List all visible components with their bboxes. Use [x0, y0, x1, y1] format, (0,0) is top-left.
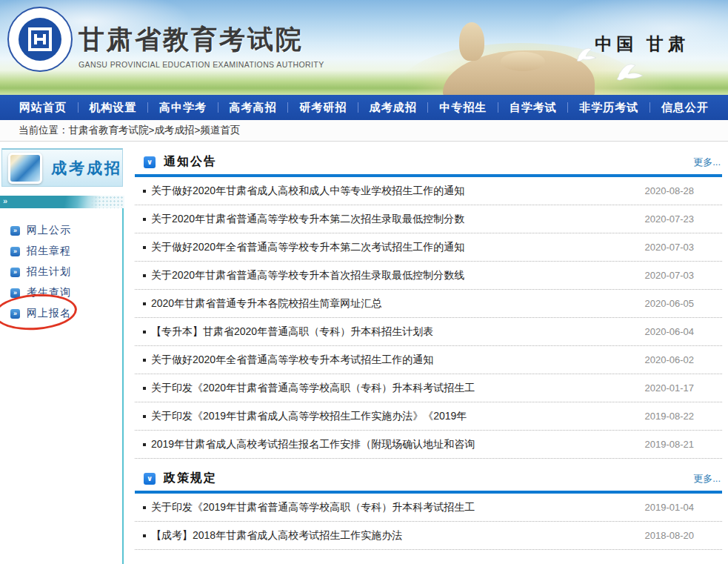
- arrow-right-icon: »: [10, 268, 20, 277]
- more-link[interactable]: 更多...: [693, 156, 721, 169]
- bullet-icon: [143, 534, 146, 537]
- arrow-right-icon: »: [10, 309, 20, 319]
- site-title: 甘肃省教育考试院: [79, 22, 324, 57]
- news-date: 2020-07-23: [636, 213, 695, 225]
- news-date: 2020-06-04: [636, 326, 695, 337]
- news-date: 2019-08-21: [636, 439, 695, 450]
- news-item[interactable]: 关于印发《2019年甘肃省普通高等学校高职（专科）升本科考试招生工 2019-0…: [135, 494, 722, 522]
- region-label: 中国 甘肃: [595, 33, 689, 56]
- bullet-icon: [143, 387, 146, 390]
- logo-emblem-icon: [19, 18, 61, 61]
- chevron-right-icon: »: [3, 196, 7, 205]
- nav-item-gaokao[interactable]: 高考高招: [230, 101, 277, 115]
- nav-separator: [218, 102, 218, 113]
- nav-separator: [147, 102, 148, 113]
- breadcrumb-text: 当前位置：甘肃省教育考试院>成考成招>频道首页: [19, 124, 240, 137]
- page: 甘肃省教育考试院 GANSU PROVINCIAL EDUCATION EXAM…: [0, 0, 728, 564]
- bullet-icon: [143, 443, 146, 446]
- news-item[interactable]: 【成考】2018年甘肃省成人高校考试招生工作实施办法 2018-08-20: [135, 522, 722, 550]
- more-link[interactable]: 更多...: [693, 472, 721, 485]
- news-item[interactable]: 2020年甘肃省普通专升本各院校招生简章网址汇总 2020-06-05: [135, 290, 722, 318]
- news-date: 2018-08-20: [636, 530, 695, 541]
- arrow-right-icon: »: [10, 247, 20, 256]
- sidebar-menu: » 网上公示 » 招生章程 » 招生计划 » 考生查询 » 网上报名: [0, 220, 124, 324]
- nav-item-info-disclosure[interactable]: 信息公开: [661, 101, 709, 115]
- news-date: 2020-01-17: [636, 382, 695, 394]
- news-item[interactable]: 【专升本】甘肃省2020年普通高职（专科）升本科招生计划表 2020-06-04: [135, 318, 722, 346]
- bullet-icon: [143, 246, 146, 249]
- section-title: 通知公告: [164, 154, 217, 170]
- section-policies: ∨ 政策规定 更多... 关于印发《2019年甘肃省普通高等学校高职（专科）升本…: [135, 466, 722, 550]
- news-date: 2020-06-02: [636, 354, 695, 365]
- site-title-english: GANSU PROVINCIAL EDUCATION EXAMINATIONS …: [79, 60, 324, 69]
- news-item[interactable]: 关于2020年甘肃省普通高等学校专升本第二次招生录取最低控制分数 2020-07…: [135, 205, 722, 233]
- sidebar-item-admission-charter[interactable]: » 招生章程: [10, 241, 124, 262]
- news-date: 2020-06-05: [636, 298, 695, 309]
- nav-separator: [358, 102, 358, 113]
- nav-item-self-study[interactable]: 自学考试: [510, 101, 557, 115]
- sidebar-item-online-publicity[interactable]: » 网上公示: [10, 220, 124, 241]
- news-item[interactable]: 关于印发《2019年甘肃省成人高等学校招生工作实施办法》《2019年 2019-…: [135, 402, 722, 431]
- arrow-right-icon: »: [10, 226, 20, 236]
- news-item[interactable]: 关于做好2020年全省普通高等学校专升本第二次考试招生工作的通知 2020-07…: [135, 233, 722, 262]
- nav-item-highschool-exam[interactable]: 高中学考: [159, 101, 207, 115]
- section-title: 政策规定: [164, 471, 217, 486]
- sidebar-item-candidate-query[interactable]: » 考生查询: [10, 282, 124, 303]
- sidebar-decorative-strip: »: [0, 196, 124, 208]
- news-date: 2019-01-04: [636, 502, 695, 513]
- nav-separator: [498, 102, 498, 113]
- bullet-icon: [143, 415, 146, 418]
- nav-item-non-academic[interactable]: 非学历考试: [579, 101, 638, 115]
- policy-list: 关于印发《2019年甘肃省普通高等学校高职（专科）升本科考试招生工 2019-0…: [135, 494, 722, 550]
- bullet-icon: [143, 302, 146, 305]
- nav-item-organization[interactable]: 机构设置: [90, 101, 137, 115]
- nav-separator: [427, 102, 428, 113]
- sidebar-item-online-registration[interactable]: » 网上报名: [10, 303, 124, 324]
- news-date: 2019-08-22: [636, 411, 695, 422]
- bullet-icon: [143, 359, 146, 362]
- news-date: 2020-08-28: [636, 185, 695, 196]
- channel-header: 成考成招: [1, 148, 123, 187]
- nav-separator: [78, 102, 79, 113]
- site-banner: 甘肃省教育考试院 GANSU PROVINCIAL EDUCATION EXAM…: [0, 0, 728, 95]
- nav-separator: [649, 102, 650, 113]
- bullet-icon: [143, 190, 146, 193]
- dot-pattern: [90, 196, 124, 208]
- notice-list: 关于做好2020年甘肃省成人高校和成人中等专业学校招生工作的通知 2020-08…: [135, 177, 722, 459]
- bullet-icon: [143, 274, 146, 277]
- site-logo: [7, 7, 73, 72]
- news-date: 2020-07-03: [636, 242, 695, 253]
- nav-separator: [567, 102, 568, 113]
- bullet-icon: [143, 218, 146, 221]
- sidebar: 成考成招 » » 网上公示 » 招生章程 » 招生计划: [0, 142, 124, 562]
- channel-photo-icon: [8, 153, 42, 184]
- news-item[interactable]: 关于2020年甘肃省普通高等学校专升本首次招生录取最低控制分数线 2020-07…: [135, 262, 722, 290]
- bullet-icon: [143, 506, 146, 509]
- nav-item-adult-exam[interactable]: 成考成招: [370, 101, 417, 115]
- mother-river-statue-image: [443, 22, 595, 95]
- section-notices: ∨ 通知公告 更多... 关于做好2020年甘肃省成人高校和成人中等专业学校招生…: [135, 150, 722, 459]
- news-item[interactable]: 2019年甘肃省成人高校考试招生报名工作安排（附现场确认地址和咨询 2019-0…: [135, 431, 722, 459]
- dove-icon: [613, 58, 646, 84]
- main-content: ∨ 通知公告 更多... 关于做好2020年甘肃省成人高校和成人中等专业学校招生…: [124, 142, 728, 562]
- main-nav: 网站首页 机构设置 高中学考 高考高招 研考研招 成考成招 中专招生 自学考试 …: [0, 95, 728, 120]
- news-item[interactable]: 关于做好2020年甘肃省成人高校和成人中等专业学校招生工作的通知 2020-08…: [135, 177, 722, 205]
- arrow-right-icon: »: [10, 288, 20, 298]
- section-marker-icon: ∨: [144, 156, 156, 168]
- bullet-icon: [143, 331, 146, 334]
- nav-separator: [287, 102, 288, 113]
- sidebar-item-enrollment-plan[interactable]: » 招生计划: [10, 262, 124, 282]
- nav-item-home[interactable]: 网站首页: [19, 101, 67, 115]
- section-marker-icon: ∨: [144, 473, 156, 485]
- news-item[interactable]: 关于印发《2020年甘肃省普通高等学校高职（专科）升本科考试招生工 2020-0…: [135, 374, 722, 402]
- nav-item-postgraduate[interactable]: 研考研招: [299, 101, 347, 115]
- news-item[interactable]: 关于做好2020年全省普通高等学校专升本考试招生工作的通知 2020-06-02: [135, 346, 722, 374]
- breadcrumb: 当前位置：甘肃省教育考试院>成考成招>频道首页: [0, 120, 728, 142]
- channel-title: 成考成招: [51, 158, 122, 179]
- news-date: 2020-07-03: [636, 270, 695, 281]
- nav-item-secondary-vocational[interactable]: 中专招生: [439, 101, 487, 115]
